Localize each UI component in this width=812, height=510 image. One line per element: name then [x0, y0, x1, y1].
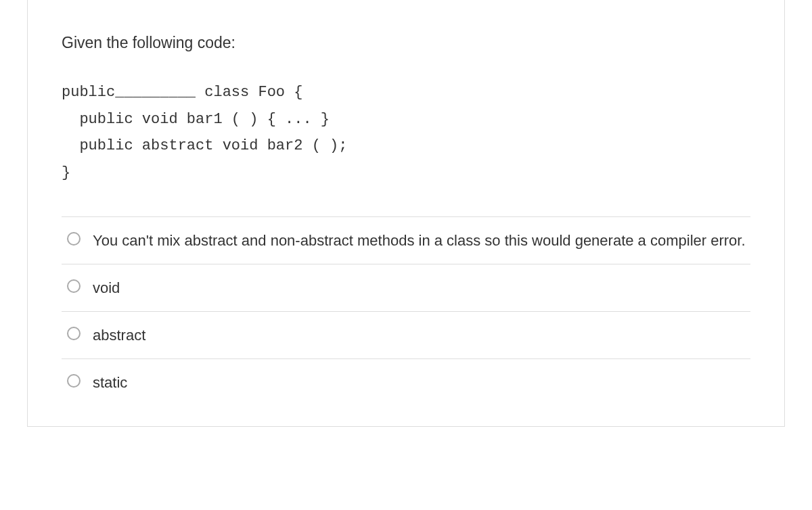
option-text-4: static	[93, 371, 127, 394]
radio-icon	[67, 232, 81, 246]
option-row-2[interactable]: void	[62, 264, 750, 312]
option-row-3[interactable]: abstract	[62, 312, 750, 359]
code-line-3: public abstract void bar2 ( );	[62, 133, 750, 160]
question-container: Given the following code: public________…	[27, 0, 785, 427]
question-prompt: Given the following code:	[62, 34, 750, 52]
radio-icon	[67, 327, 81, 340]
code-line-4: }	[62, 160, 750, 187]
option-row-1[interactable]: You can't mix abstract and non-abstract …	[62, 217, 750, 264]
option-text-2: void	[93, 277, 120, 299]
option-text-1: You can't mix abstract and non-abstract …	[93, 229, 746, 252]
code-line-2: public void bar1 ( ) { ... }	[62, 106, 750, 133]
option-text-3: abstract	[93, 324, 145, 346]
code-block: public_________ class Foo { public void …	[62, 79, 750, 186]
code-line-1: public_________ class Foo {	[62, 79, 750, 106]
radio-icon	[67, 374, 81, 388]
options-list: You can't mix abstract and non-abstract …	[62, 216, 750, 406]
radio-icon	[67, 279, 81, 293]
option-row-4[interactable]: static	[62, 359, 750, 406]
